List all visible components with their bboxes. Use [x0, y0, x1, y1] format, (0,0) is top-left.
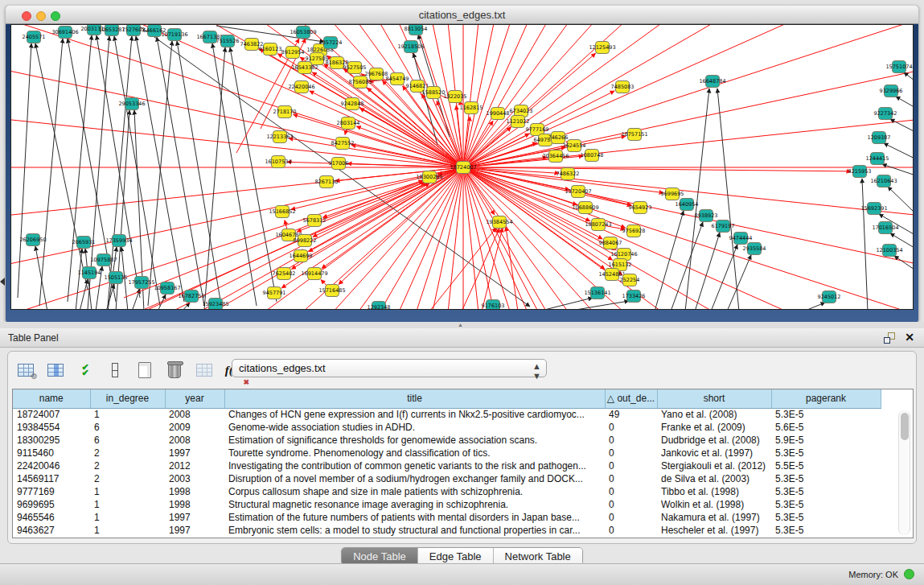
- graph-node-label: 2405571: [23, 34, 46, 40]
- close-panel-icon[interactable]: ✕: [905, 331, 914, 344]
- new-table-icon[interactable]: [133, 360, 156, 381]
- split-divider[interactable]: ▲: [0, 322, 924, 328]
- graph-node-label: 1145194: [78, 270, 101, 276]
- graph-node-label: 2718170: [273, 109, 297, 115]
- graph-node-label: 2803144: [337, 120, 360, 126]
- graph-node-label: 9245012: [818, 294, 841, 300]
- graph-node-label: 15136141: [584, 290, 610, 296]
- graph-node-label: 9884067: [599, 240, 622, 246]
- table-row[interactable]: 2242004622012Investigating the contribut…: [13, 459, 881, 472]
- graph-node-label: 10958167: [154, 285, 180, 291]
- delete-table-icon[interactable]: [163, 360, 186, 381]
- graph-node-label: 16120746: [610, 251, 637, 257]
- graph-node-label: 15923485: [202, 301, 228, 307]
- column-header-title[interactable]: title: [224, 389, 605, 408]
- select-columns-icon[interactable]: ✔✔: [74, 360, 97, 381]
- graph-node-label: 9160123: [259, 46, 282, 52]
- float-panel-icon[interactable]: [884, 332, 895, 344]
- tab-edge-table[interactable]: Edge Table: [418, 548, 494, 565]
- graph-node-label: 15720407: [565, 188, 591, 195]
- graph-node-label: 17016504: [872, 225, 898, 231]
- graph-node-label: 9176103: [482, 303, 505, 309]
- graph-node-label: 7486322: [556, 171, 580, 177]
- graph-node-label: 9329966: [880, 88, 903, 94]
- graph-node-label: 16107534: [265, 159, 291, 165]
- graph-node-label: 16053809: [290, 29, 316, 35]
- memory-status-label: Memory: OK: [848, 570, 898, 579]
- graph-node-label: 917006: [329, 160, 349, 167]
- graph-node-label: 29053346: [118, 101, 145, 107]
- graph-node-label: 1615132: [609, 262, 632, 268]
- tab-node-table[interactable]: Node Table: [342, 548, 418, 565]
- table-settings-icon[interactable]: ⚙: [14, 360, 37, 381]
- table-scrollbar[interactable]: [898, 410, 910, 535]
- status-bar: Memory: OK: [0, 563, 924, 585]
- graph-node-label: 1162815: [460, 105, 483, 111]
- table-toolbar: ⚙ ✔✔ ✖ f(x): [14, 358, 245, 382]
- graph-node-label: 8427552: [331, 140, 355, 146]
- graph-node-label: 17359934: [105, 237, 132, 244]
- table-row[interactable]: 1872400712008Changes of HCN gene express…: [13, 408, 881, 421]
- graph-node-label: 8267130: [315, 179, 339, 185]
- graph-node-label: 5678312: [303, 217, 326, 224]
- delete-column-icon[interactable]: ✖: [193, 360, 216, 381]
- graph-node-label: 17957255: [128, 279, 154, 286]
- graph-node-label: 15166852: [269, 208, 295, 215]
- network-table-select[interactable]: citations_edges.txt ▲▼: [232, 359, 547, 377]
- show-columns-icon[interactable]: [44, 360, 67, 381]
- graph-node-label: 30691406: [51, 29, 78, 35]
- graph-node-label: 1640954: [676, 201, 699, 208]
- graph-node-label: 8998222: [294, 237, 317, 244]
- table-row[interactable]: 946554611997Estimation of the future num…: [13, 511, 881, 524]
- column-header-short[interactable]: short: [657, 389, 771, 408]
- network-view-window: citations_edges.txt 18724007746382291601…: [6, 6, 918, 322]
- graph-node-label: 746266: [548, 134, 569, 141]
- network-canvas[interactable]: 1872400774638229160123891295418226058912…: [10, 24, 914, 310]
- graph-node-label: 1527602: [122, 27, 146, 33]
- graph-node-label: 12213363: [266, 134, 293, 140]
- graph-node-label: 1990448: [487, 110, 510, 117]
- column-header-name[interactable]: name: [13, 389, 90, 408]
- table-row[interactable]: 1456911722003Disruption of a novel membe…: [13, 472, 881, 485]
- table-row[interactable]: 911546021997Tourette syndrome. Phenomeno…: [13, 447, 881, 459]
- graph-node-label: 2065931: [72, 239, 96, 245]
- window-titlebar[interactable]: citations_edges.txt: [6, 6, 918, 24]
- graph-node-label: 19218506: [397, 43, 424, 50]
- column-header-in_degree[interactable]: in_degree: [90, 389, 165, 408]
- graph-node-label: 16782759: [178, 293, 204, 299]
- graph-node-label: 1244415: [866, 155, 889, 162]
- scrollbar-thumb[interactable]: [901, 413, 909, 440]
- graph-node-label: 7485083: [611, 84, 634, 90]
- column-header-out_de[interactable]: △ out_de...: [605, 389, 657, 408]
- graph-node-label: 7357224: [319, 39, 343, 46]
- memory-status-icon[interactable]: [904, 569, 914, 579]
- graph-node-label: 9242848: [341, 101, 364, 107]
- collapse-panel-icon[interactable]: [0, 278, 5, 286]
- graph-node-label: 9699695: [661, 191, 684, 197]
- graph-node-label: 7515526: [216, 38, 240, 44]
- select-arrows-icon: ▲▼: [532, 361, 540, 381]
- graph-node-label: 10719136: [161, 31, 187, 38]
- table-row[interactable]: 977716911998Corpus callosum shape and si…: [13, 485, 881, 498]
- table-panel-title: Table Panel: [8, 332, 59, 344]
- table-row[interactable]: 1830029562008Estimation of significance …: [13, 434, 881, 447]
- column-header-pagerank[interactable]: pagerank: [771, 389, 881, 408]
- table-panel-header: Table Panel ✕: [0, 328, 924, 348]
- table-row[interactable]: 969969511998Structural magnetic resonanc…: [13, 498, 881, 511]
- column-header-year[interactable]: year: [165, 389, 224, 408]
- divider-grip-icon[interactable]: ▲: [458, 322, 463, 328]
- graph-node-label: 1209387: [868, 134, 891, 141]
- row-height-icon[interactable]: [104, 360, 126, 381]
- table-panel-body: ⚙ ✔✔ ✖ f(x) citatio: [0, 348, 924, 563]
- graph-node-label: 8454749: [386, 76, 409, 82]
- tab-network-table[interactable]: Network Table: [494, 548, 582, 565]
- graph-node-label: 1121022: [507, 118, 530, 125]
- table-row[interactable]: 1938455462009Genome-wide association stu…: [13, 421, 881, 434]
- graph-node-label: 1644699: [290, 253, 313, 259]
- graph-node-label: 8813054: [405, 26, 428, 32]
- graph-node-label: 12100354: [876, 247, 902, 253]
- table-row[interactable]: 946362711997Embryonic stem cells: a mode…: [13, 524, 881, 537]
- graph-node-label: 16648784: [699, 78, 725, 84]
- graph-node-label: 18807243: [585, 221, 611, 228]
- graph-node-label: 16210643: [870, 178, 897, 184]
